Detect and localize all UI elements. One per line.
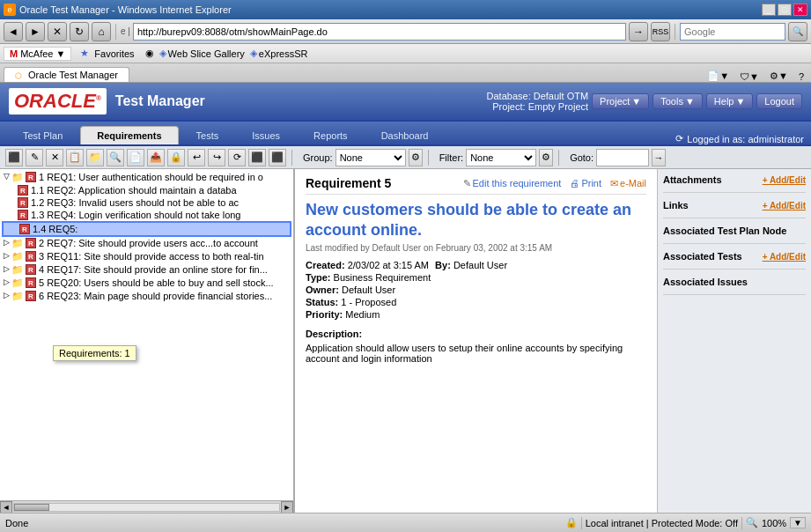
minimize-button[interactable]: _ bbox=[762, 4, 776, 16]
list-item[interactable]: ▷ 📁 R 5 REQ20: Users should be able to b… bbox=[2, 277, 291, 290]
tools-button[interactable]: Tools ▼ bbox=[652, 93, 703, 109]
list-item[interactable]: ▷ 📁 R 2 REQ7: Site should provide users … bbox=[2, 237, 291, 250]
tab-test-plan[interactable]: Test Plan bbox=[7, 127, 78, 144]
filter-config-button[interactable]: ⚙ bbox=[539, 149, 553, 166]
scrollbar-track[interactable] bbox=[13, 503, 280, 512]
help-icon[interactable]: ? bbox=[795, 71, 807, 82]
address-bar[interactable] bbox=[133, 23, 626, 41]
toolbar-edit-button[interactable]: ✎ bbox=[26, 149, 43, 166]
back-button[interactable]: ◄ bbox=[4, 22, 23, 41]
toolbar-extra1-button[interactable]: ⬛ bbox=[248, 149, 266, 166]
browser-icon: e bbox=[4, 4, 16, 16]
tab-issues[interactable]: Issues bbox=[236, 127, 296, 144]
toolbar-refresh-button[interactable]: ⟳ bbox=[228, 149, 246, 166]
zoom-button[interactable]: ▼ bbox=[790, 517, 806, 528]
list-item[interactable]: ▷ 📁 R 3 REQ11: Site should provide acces… bbox=[2, 250, 291, 263]
tree-expand-icon3[interactable]: ▷ bbox=[4, 251, 10, 260]
tree-expand-icon4[interactable]: ▷ bbox=[4, 264, 10, 273]
refresh-nav-icon[interactable]: ⟳ bbox=[675, 133, 683, 144]
toolbar-new-button[interactable]: ⬛ bbox=[5, 149, 23, 166]
tab-requirements-label: Requirements bbox=[97, 130, 161, 141]
close-button[interactable]: ✕ bbox=[793, 4, 807, 16]
horizontal-scrollbar[interactable]: ◄ ► bbox=[0, 500, 293, 513]
home-button[interactable]: ⌂ bbox=[92, 22, 111, 41]
rss-button[interactable]: RSS bbox=[651, 22, 670, 41]
safety-icon[interactable]: 🛡▼ bbox=[736, 71, 763, 82]
toolbar-undo-button[interactable]: ↩ bbox=[188, 149, 205, 166]
links-label: Links bbox=[663, 200, 689, 211]
page-tools-icon[interactable]: 📄▼ bbox=[704, 70, 733, 82]
scroll-right-button[interactable]: ► bbox=[281, 501, 293, 514]
scroll-left-button[interactable]: ◄ bbox=[0, 501, 12, 514]
tree-expand-icon6[interactable]: ▷ bbox=[4, 291, 10, 299]
description-value: Application should allow users to setup … bbox=[306, 343, 646, 364]
tree-item-label: 6 REQ23: Main page should provide financ… bbox=[39, 291, 272, 301]
toolbar-search-button[interactable]: 🔍 bbox=[107, 149, 124, 166]
toolbar-export-button[interactable]: 📤 bbox=[147, 149, 165, 166]
list-item[interactable]: ▷ 📁 R 6 REQ23: Main page should provide … bbox=[2, 290, 291, 303]
links-add-label: + Add/Edit bbox=[763, 201, 806, 211]
associated-test-plan-title: Associated Test Plan Node bbox=[663, 225, 806, 236]
tree-expand-icon[interactable]: ▽ bbox=[4, 172, 10, 181]
logout-btn-label: Logout bbox=[764, 96, 794, 107]
toolbar-copy-button[interactable]: 📋 bbox=[66, 149, 84, 166]
header-db-info: Database: Default OTM Project: Empty Pro… bbox=[487, 91, 589, 112]
favorites-label[interactable]: Favorites bbox=[94, 48, 134, 59]
toolbar-folder-button[interactable]: 📁 bbox=[86, 149, 104, 166]
tab-tests-label: Tests bbox=[196, 130, 219, 141]
help-button[interactable]: Help ▼ bbox=[706, 93, 754, 109]
links-title: Links + Add/Edit bbox=[663, 200, 806, 211]
browser-titlebar: e Oracle Test Manager - Windows Internet… bbox=[0, 0, 811, 19]
tab-issues-label: Issues bbox=[252, 130, 280, 141]
tab-requirements[interactable]: Requirements bbox=[80, 126, 178, 144]
tree-expand-icon5[interactable]: ▷ bbox=[4, 277, 10, 286]
project-button[interactable]: Project ▼ bbox=[592, 93, 649, 109]
mcafee-button[interactable]: M McAfee ▼ bbox=[4, 47, 71, 61]
search-button[interactable]: 🔍 bbox=[788, 22, 807, 41]
list-item[interactable]: ▷ 📁 R 4 REQ17: Site should provide an on… bbox=[2, 263, 291, 277]
goto-button[interactable]: → bbox=[652, 149, 666, 166]
tree-expand-icon2[interactable]: ▷ bbox=[4, 238, 10, 247]
edit-this-link[interactable]: ✎ Edit this requirement bbox=[463, 178, 562, 189]
logout-button[interactable]: Logout bbox=[756, 93, 802, 109]
go-button[interactable]: → bbox=[629, 22, 648, 41]
browser-tab[interactable]: ⬡ Oracle Test Manager bbox=[4, 67, 129, 82]
list-item[interactable]: R 1.2 REQ3: Invalid users should not be … bbox=[2, 196, 291, 209]
app-toolbar: ⬛ ✎ ✕ 📋 📁 🔍 📄 📤 🔒 ↩ ↪ ⟳ ⬛ ⬛ Group: None … bbox=[0, 146, 811, 169]
list-item[interactable]: R 1.1 REQ2: Application should maintain … bbox=[2, 184, 291, 196]
associated-tests-add-link[interactable]: + Add/Edit bbox=[763, 252, 806, 262]
tab-tests[interactable]: Tests bbox=[181, 127, 235, 144]
maximize-button[interactable]: □ bbox=[778, 4, 792, 16]
web-slice-link[interactable]: ◈ Web Slice Gallery bbox=[159, 48, 245, 59]
tab-reports[interactable]: Reports bbox=[298, 127, 364, 144]
email-link[interactable]: ✉ e-Mail bbox=[610, 178, 646, 189]
toolbar-redo-button[interactable]: ↪ bbox=[208, 149, 225, 166]
attachments-add-link[interactable]: + Add/Edit bbox=[763, 175, 806, 185]
window-controls[interactable]: _ □ ✕ bbox=[762, 4, 807, 16]
goto-input[interactable] bbox=[596, 149, 649, 166]
status-field: Status: 1 - Proposed bbox=[306, 297, 646, 307]
toolbar-doc-button[interactable]: 📄 bbox=[127, 149, 144, 166]
list-item[interactable]: ▽ 📁 R 1 REQ1: User authentication should… bbox=[2, 171, 291, 184]
list-item[interactable]: R 1.3 REQ4: Login verification should no… bbox=[2, 209, 291, 221]
group-config-button[interactable]: ⚙ bbox=[409, 149, 423, 166]
group-select[interactable]: None bbox=[335, 149, 406, 166]
search-input[interactable] bbox=[680, 23, 785, 41]
toolbar-lock-button[interactable]: 🔒 bbox=[167, 149, 185, 166]
forward-button[interactable]: ► bbox=[26, 22, 45, 41]
tools-icon[interactable]: ⚙▼ bbox=[766, 70, 792, 82]
tab-dashboard[interactable]: Dashboard bbox=[365, 127, 445, 144]
rss-icon: ◉ bbox=[145, 48, 154, 59]
links-add-link[interactable]: + Add/Edit bbox=[763, 201, 806, 211]
expresssr-link[interactable]: ◈ eXpressSR bbox=[250, 48, 308, 59]
tree-item-label: 3 REQ11: Site should provide access to b… bbox=[39, 251, 264, 262]
tab-label: Oracle Test Manager bbox=[28, 70, 118, 80]
stop-button[interactable]: ✕ bbox=[48, 22, 67, 41]
print-link[interactable]: 🖨 Print bbox=[570, 178, 601, 188]
list-item[interactable]: R 1.4 REQ5: bbox=[2, 221, 291, 237]
scrollbar-thumb[interactable] bbox=[14, 504, 49, 511]
toolbar-delete-button[interactable]: ✕ bbox=[46, 149, 63, 166]
toolbar-extra2-button[interactable]: ⬛ bbox=[269, 149, 286, 166]
filter-select[interactable]: None bbox=[466, 149, 536, 166]
refresh-button[interactable]: ↻ bbox=[70, 22, 89, 41]
